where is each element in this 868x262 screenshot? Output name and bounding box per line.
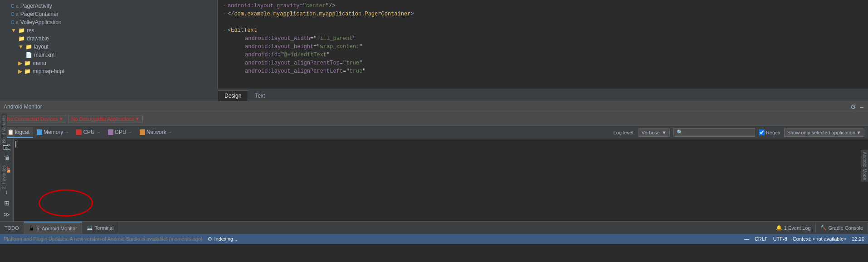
indexing-status: ⚙ Indexing... [208, 236, 237, 242]
tree-item[interactable]: C a PagerActivity [0, 2, 217, 10]
tree-item[interactable]: ▶ 📁 menu [0, 59, 217, 67]
show-only-dropdown[interactable]: Show only selected application ▼ [784, 129, 864, 137]
chevron-down-icon: ▼ [856, 130, 861, 135]
code-editor[interactable]: - android:layout_gravity="center"/> - </… [218, 0, 868, 89]
network-icon [140, 129, 145, 135]
build-variants-label[interactable]: Build Variants [0, 114, 7, 145]
log-level-label: Log level: [614, 130, 635, 135]
chevron-down-icon: ▼ [59, 116, 63, 121]
monitor-tabs-row: 📋 logcat Memory → CPU → GPU → Network [0, 126, 868, 139]
tab-design[interactable]: Design [218, 90, 248, 101]
log-level-dropdown[interactable]: Verbose ▼ [639, 129, 670, 137]
tab-arrow-icon: → [168, 129, 172, 134]
class-icon: C [11, 4, 14, 9]
tab-logcat[interactable]: 📋 logcat [4, 127, 33, 138]
folder-icon: 📁 [24, 60, 31, 66]
tab-text[interactable]: Text [248, 90, 272, 101]
class-icon: C [11, 20, 14, 25]
monitor-toolbar: No Connected Devices ▼ No Debuggable App… [0, 112, 868, 126]
tab-arrow-icon: → [64, 129, 69, 134]
indexing-icon: ⚙ [208, 236, 212, 242]
settings-icon[interactable]: ⚙ [849, 103, 857, 110]
log-content[interactable] [14, 139, 868, 221]
folder-arrow-icon: ▶ [18, 68, 22, 74]
favorites-label[interactable]: 2: Favorites [0, 163, 7, 191]
tab-todo[interactable]: TODO [0, 222, 24, 234]
tree-item[interactable]: 📄 main.xml [0, 51, 217, 59]
chevron-down-icon: ▼ [135, 116, 140, 121]
folder-arrow-icon: ▼ [11, 27, 16, 34]
gradle-icon: 🔨 [820, 225, 827, 231]
folder-arrow-icon: ▼ [18, 44, 24, 50]
monitor-header-actions: ⚙ – [849, 103, 864, 110]
bottom-bar: TODO 📱 6: Android Monitor 💻 Terminal 🔔 1… [0, 221, 868, 234]
tab-arrow-icon: → [128, 129, 132, 134]
logcat-icon: 📋 [7, 129, 14, 135]
cpu-icon [76, 129, 82, 135]
connected-devices-dropdown[interactable]: No Connected Devices ▼ [4, 115, 66, 123]
tree-item[interactable]: C a VolleyApplication [0, 18, 217, 26]
terminal-icon: 💻 [87, 225, 93, 231]
android-mode-label[interactable]: Android Mode [861, 150, 868, 182]
status-bar: Platform and Plugin Updates: A new versi… [0, 234, 868, 244]
tab-terminal[interactable]: 💻 Terminal [82, 222, 119, 234]
minimize-icon[interactable]: – [859, 103, 864, 110]
event-log-tab[interactable]: 🔔 1 Event Log [771, 223, 816, 232]
monitor-content: 📷 🗑 📤 ↑ ↓ ⊞ ≫ [0, 139, 868, 221]
search-icon: 🔍 [677, 129, 683, 135]
status-right: — CRLF UTF-8 Context: <not available> 22… [744, 236, 864, 242]
event-log-icon: 🔔 [776, 225, 782, 231]
tab-network[interactable]: Network → [136, 127, 176, 138]
android-monitor: Android Monitor ⚙ – No Connected Devices… [0, 101, 868, 221]
log-cursor [15, 141, 16, 148]
android-monitor-icon: 📱 [29, 225, 35, 231]
tree-item[interactable]: ▶ 📁 mipmap-hdpi [0, 67, 217, 75]
gpu-icon [108, 129, 113, 135]
search-box[interactable]: 🔍 [673, 128, 755, 137]
search-input[interactable] [685, 130, 752, 135]
file-icon: 📄 [25, 52, 32, 58]
tree-item[interactable]: C a PagerContainer [0, 10, 217, 18]
debuggable-apps-dropdown[interactable]: No Debuggable Applications ▼ [68, 115, 142, 123]
memory-icon [37, 129, 42, 135]
tab-gpu[interactable]: GPU → [104, 127, 136, 138]
regex-checkbox-label[interactable]: Regex [759, 129, 780, 135]
monitor-title: Android Monitor [4, 104, 42, 110]
format-icon[interactable]: ⊞ [1, 198, 12, 208]
more-icon[interactable]: ≫ [1, 209, 12, 219]
tab-cpu[interactable]: CPU → [73, 127, 104, 138]
class-icon: C [11, 12, 14, 17]
monitor-controls: Log level: Verbose ▼ 🔍 Regex Show only s… [614, 128, 864, 137]
regex-checkbox[interactable] [759, 129, 765, 135]
gradle-console-tab[interactable]: 🔨 Gradle Console [816, 223, 868, 232]
folder-icon: 📁 [18, 35, 25, 42]
folder-icon: 📁 [18, 27, 25, 34]
monitor-header: Android Monitor ⚙ – [0, 101, 868, 112]
tab-arrow-icon: → [96, 129, 101, 134]
tree-item[interactable]: 📁 drawable [0, 35, 217, 43]
folder-icon: 📁 [24, 68, 31, 74]
chevron-down-icon: ▼ [662, 130, 667, 135]
folder-arrow-icon: ▶ [18, 60, 22, 66]
update-message: Platform and Plugin Updates: A new versi… [4, 236, 202, 242]
file-tree: C a PagerActivity C a PagerContainer C a… [0, 0, 218, 89]
tree-item[interactable]: ▼ 📁 layout [0, 43, 217, 51]
delete-icon[interactable]: 🗑 [1, 153, 12, 163]
tab-memory[interactable]: Memory → [33, 127, 73, 138]
tab-android-monitor[interactable]: 📱 6: Android Monitor [24, 222, 82, 234]
folder-icon: 📁 [25, 44, 32, 50]
tree-item[interactable]: ▼ 📁 res [0, 26, 217, 35]
